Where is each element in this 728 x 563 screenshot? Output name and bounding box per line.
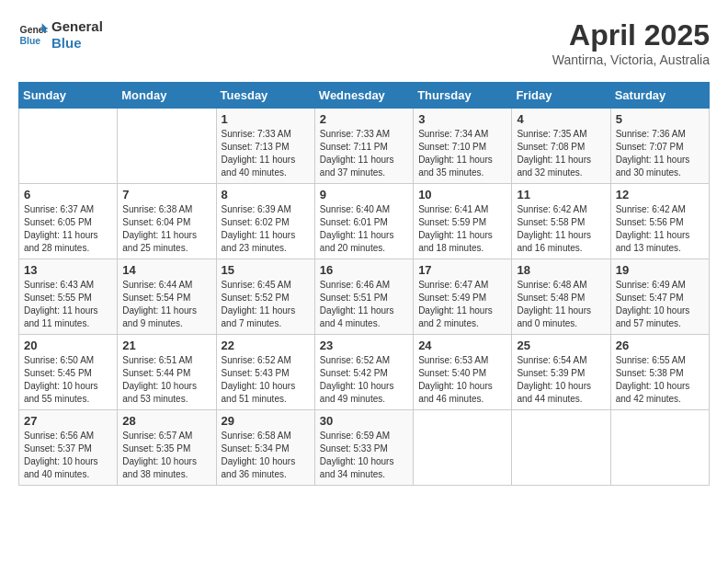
day-info: Sunrise: 7:33 AM Sunset: 7:13 PM Dayligh… <box>222 128 310 179</box>
calendar-cell: 29Sunrise: 6:58 AM Sunset: 5:34 PM Dayli… <box>216 410 314 486</box>
calendar-cell: 22Sunrise: 6:52 AM Sunset: 5:43 PM Dayli… <box>216 335 314 410</box>
day-info: Sunrise: 6:51 AM Sunset: 5:44 PM Dayligh… <box>122 354 210 406</box>
day-number: 7 <box>122 188 210 201</box>
day-info: Sunrise: 6:47 AM Sunset: 5:49 PM Dayligh… <box>418 279 506 330</box>
calendar-cell: 9Sunrise: 6:40 AM Sunset: 6:01 PM Daylig… <box>314 184 413 259</box>
calendar-cell: 1Sunrise: 7:33 AM Sunset: 7:13 PM Daylig… <box>216 109 314 184</box>
day-number: 9 <box>320 188 408 201</box>
calendar-cell: 23Sunrise: 6:52 AM Sunset: 5:42 PM Dayli… <box>314 335 413 410</box>
day-number: 2 <box>320 112 408 126</box>
day-number: 14 <box>122 263 210 277</box>
day-info: Sunrise: 6:40 AM Sunset: 6:01 PM Dayligh… <box>320 203 408 255</box>
day-info: Sunrise: 6:41 AM Sunset: 5:59 PM Dayligh… <box>418 203 506 255</box>
calendar-cell: 7Sunrise: 6:38 AM Sunset: 6:04 PM Daylig… <box>118 184 216 259</box>
day-info: Sunrise: 6:42 AM Sunset: 5:58 PM Dayligh… <box>517 203 605 255</box>
month-title: April 2025 <box>552 18 710 52</box>
calendar-week-1: 1Sunrise: 7:33 AM Sunset: 7:13 PM Daylig… <box>19 109 710 184</box>
calendar-cell: 11Sunrise: 6:42 AM Sunset: 5:58 PM Dayli… <box>512 184 610 259</box>
day-info: Sunrise: 7:33 AM Sunset: 7:11 PM Dayligh… <box>320 128 408 179</box>
day-info: Sunrise: 6:55 AM Sunset: 5:38 PM Dayligh… <box>616 354 704 406</box>
calendar-cell: 20Sunrise: 6:50 AM Sunset: 5:45 PM Dayli… <box>19 335 118 410</box>
calendar-cell: 16Sunrise: 6:46 AM Sunset: 5:51 PM Dayli… <box>314 259 413 335</box>
calendar-cell: 25Sunrise: 6:54 AM Sunset: 5:39 PM Dayli… <box>512 335 610 410</box>
logo-text-line2: Blue <box>51 35 103 52</box>
day-number: 15 <box>222 263 310 277</box>
weekday-header-friday: Friday <box>512 83 610 109</box>
day-number: 11 <box>517 188 605 201</box>
day-info: Sunrise: 7:35 AM Sunset: 7:08 PM Dayligh… <box>517 128 605 179</box>
day-info: Sunrise: 6:50 AM Sunset: 5:45 PM Dayligh… <box>24 354 112 406</box>
calendar-week-5: 27Sunrise: 6:56 AM Sunset: 5:37 PM Dayli… <box>19 410 710 486</box>
day-number: 12 <box>616 188 704 201</box>
day-number: 1 <box>222 112 310 126</box>
weekday-header-tuesday: Tuesday <box>216 83 314 109</box>
day-info: Sunrise: 6:52 AM Sunset: 5:42 PM Dayligh… <box>320 354 408 406</box>
day-info: Sunrise: 6:37 AM Sunset: 6:05 PM Dayligh… <box>24 203 112 255</box>
day-number: 22 <box>222 339 310 352</box>
day-info: Sunrise: 6:49 AM Sunset: 5:47 PM Dayligh… <box>616 279 704 330</box>
calendar-cell: 28Sunrise: 6:57 AM Sunset: 5:35 PM Dayli… <box>118 410 216 486</box>
day-number: 16 <box>320 263 408 277</box>
day-info: Sunrise: 6:48 AM Sunset: 5:48 PM Dayligh… <box>517 279 605 330</box>
calendar-cell: 3Sunrise: 7:34 AM Sunset: 7:10 PM Daylig… <box>414 109 512 184</box>
day-info: Sunrise: 6:44 AM Sunset: 5:54 PM Dayligh… <box>122 279 210 330</box>
calendar-table: SundayMondayTuesdayWednesdayThursdayFrid… <box>18 82 710 486</box>
calendar-cell: 2Sunrise: 7:33 AM Sunset: 7:11 PM Daylig… <box>314 109 413 184</box>
calendar-cell: 21Sunrise: 6:51 AM Sunset: 5:44 PM Dayli… <box>118 335 216 410</box>
day-number: 5 <box>616 112 704 126</box>
day-info: Sunrise: 6:38 AM Sunset: 6:04 PM Dayligh… <box>122 203 210 255</box>
day-number: 23 <box>320 339 408 352</box>
day-number: 10 <box>418 188 506 201</box>
page-header: General Blue General Blue April 2025 Wan… <box>18 18 710 67</box>
calendar-cell: 15Sunrise: 6:45 AM Sunset: 5:52 PM Dayli… <box>216 259 314 335</box>
day-number: 3 <box>418 112 506 126</box>
day-info: Sunrise: 6:54 AM Sunset: 5:39 PM Dayligh… <box>517 354 605 406</box>
calendar-cell: 30Sunrise: 6:59 AM Sunset: 5:33 PM Dayli… <box>314 410 413 486</box>
logo-text-line1: General <box>51 18 103 35</box>
day-number: 4 <box>517 112 605 126</box>
day-number: 30 <box>320 414 408 428</box>
calendar-cell: 27Sunrise: 6:56 AM Sunset: 5:37 PM Dayli… <box>19 410 118 486</box>
weekday-header-monday: Monday <box>118 83 216 109</box>
logo-icon: General Blue <box>18 20 48 50</box>
day-number: 20 <box>24 339 112 352</box>
day-info: Sunrise: 6:53 AM Sunset: 5:40 PM Dayligh… <box>418 354 506 406</box>
weekday-header-sunday: Sunday <box>19 83 118 109</box>
day-number: 26 <box>616 339 704 352</box>
calendar-week-3: 13Sunrise: 6:43 AM Sunset: 5:55 PM Dayli… <box>19 259 710 335</box>
day-number: 24 <box>418 339 506 352</box>
calendar-cell: 8Sunrise: 6:39 AM Sunset: 6:02 PM Daylig… <box>216 184 314 259</box>
day-info: Sunrise: 6:42 AM Sunset: 5:56 PM Dayligh… <box>616 203 704 255</box>
calendar-cell: 26Sunrise: 6:55 AM Sunset: 5:38 PM Dayli… <box>610 335 709 410</box>
day-info: Sunrise: 6:56 AM Sunset: 5:37 PM Dayligh… <box>24 430 112 481</box>
calendar-cell <box>118 109 216 184</box>
day-number: 29 <box>222 414 310 428</box>
day-info: Sunrise: 6:58 AM Sunset: 5:34 PM Dayligh… <box>222 430 310 481</box>
calendar-cell <box>512 410 610 486</box>
day-info: Sunrise: 6:46 AM Sunset: 5:51 PM Dayligh… <box>320 279 408 330</box>
day-number: 18 <box>517 263 605 277</box>
calendar-week-4: 20Sunrise: 6:50 AM Sunset: 5:45 PM Dayli… <box>19 335 710 410</box>
day-info: Sunrise: 7:36 AM Sunset: 7:07 PM Dayligh… <box>616 128 704 179</box>
day-info: Sunrise: 6:43 AM Sunset: 5:55 PM Dayligh… <box>24 279 112 330</box>
calendar-cell: 18Sunrise: 6:48 AM Sunset: 5:48 PM Dayli… <box>512 259 610 335</box>
calendar-cell: 17Sunrise: 6:47 AM Sunset: 5:49 PM Dayli… <box>414 259 512 335</box>
day-info: Sunrise: 7:34 AM Sunset: 7:10 PM Dayligh… <box>418 128 506 179</box>
day-number: 13 <box>24 263 112 277</box>
weekday-header-row: SundayMondayTuesdayWednesdayThursdayFrid… <box>19 83 710 109</box>
calendar-cell: 13Sunrise: 6:43 AM Sunset: 5:55 PM Dayli… <box>19 259 118 335</box>
calendar-cell: 6Sunrise: 6:37 AM Sunset: 6:05 PM Daylig… <box>19 184 118 259</box>
day-info: Sunrise: 6:57 AM Sunset: 5:35 PM Dayligh… <box>122 430 210 481</box>
logo: General Blue General Blue <box>18 18 103 52</box>
day-number: 17 <box>418 263 506 277</box>
calendar-cell: 19Sunrise: 6:49 AM Sunset: 5:47 PM Dayli… <box>610 259 709 335</box>
location: Wantirna, Victoria, Australia <box>552 52 710 67</box>
calendar-cell: 14Sunrise: 6:44 AM Sunset: 5:54 PM Dayli… <box>118 259 216 335</box>
day-number: 19 <box>616 263 704 277</box>
day-info: Sunrise: 6:52 AM Sunset: 5:43 PM Dayligh… <box>222 354 310 406</box>
weekday-header-saturday: Saturday <box>610 83 709 109</box>
day-info: Sunrise: 6:59 AM Sunset: 5:33 PM Dayligh… <box>320 430 408 481</box>
weekday-header-wednesday: Wednesday <box>314 83 413 109</box>
calendar-cell <box>610 410 709 486</box>
day-number: 28 <box>122 414 210 428</box>
